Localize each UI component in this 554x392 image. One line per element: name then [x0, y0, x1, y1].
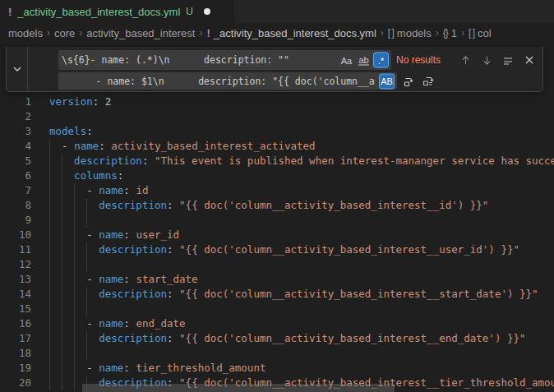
- line-number: 11: [0, 242, 31, 257]
- indent-guide: [86, 257, 87, 272]
- line-number: 20: [0, 376, 31, 390]
- breadcrumb-separator: ›: [199, 27, 202, 39]
- code-line[interactable]: 7 - name: id: [0, 183, 554, 198]
- code-line[interactable]: 10 - name: user_id: [0, 228, 554, 242]
- breadcrumb-label: models: [8, 27, 43, 39]
- indent-guide: [62, 346, 62, 361]
- breadcrumb-label: _activity_based_interest_docs.yml: [214, 27, 376, 39]
- line-number: 5: [0, 154, 31, 168]
- horizontal-scrollbar[interactable]: [82, 384, 395, 392]
- code-line[interactable]: 9: [0, 213, 554, 228]
- code-line[interactable]: 15: [0, 302, 554, 316]
- line-number: 8: [0, 198, 31, 213]
- replace-all-icon: [422, 75, 436, 88]
- line-number: 10: [0, 228, 31, 242]
- indent-guide: [62, 302, 62, 316]
- breadcrumb-label: activity_based_interest: [86, 27, 195, 39]
- code-line[interactable]: 4 - name: activity_based_interest_activa…: [0, 139, 554, 154]
- indent-guide: [62, 257, 62, 272]
- selection-lines-icon: [502, 54, 514, 66]
- line-number: 7: [0, 183, 31, 198]
- breadcrumb-item-_activity_based_interest_docs.yml[interactable]: !_activity_based_interest_docs.yml: [206, 27, 376, 39]
- line-number: 19: [0, 361, 31, 376]
- arrow-down-icon: [482, 55, 492, 66]
- replace-input[interactable]: [58, 72, 397, 90]
- chevron-down-icon: [12, 64, 22, 74]
- tab-activity-based-interest-docs[interactable]: ! _activity_based_interest_docs.yml U: [0, 0, 234, 23]
- tab-bar: ! _activity_based_interest_docs.yml U: [0, 0, 554, 23]
- code-text: description: "{{ doc('column__activity_b…: [49, 242, 519, 257]
- toggle-replace-button[interactable]: [7, 47, 28, 91]
- yaml-file-icon: !: [8, 6, 12, 18]
- previous-match-button[interactable]: [457, 50, 473, 70]
- code-line[interactable]: 17 description: "{{ doc('column__activit…: [0, 331, 554, 346]
- breadcrumb-item-models[interactable]: [ ]models: [388, 27, 432, 39]
- close-find-widget-button[interactable]: [521, 50, 538, 70]
- match-case-button[interactable]: Aa: [339, 53, 354, 68]
- replace-options: AB: [379, 73, 395, 89]
- line-number: 1: [0, 95, 31, 109]
- code-text: - name: activity_based_interest_activate…: [49, 139, 316, 154]
- breadcrumb: models›core›activity_based_interest›!_ac…: [0, 23, 554, 43]
- code-text: models:: [49, 124, 93, 139]
- code-text: description: "{{ doc('column__activity_b…: [49, 287, 538, 302]
- line-number: 15: [0, 302, 31, 316]
- code-line[interactable]: 12: [0, 257, 554, 272]
- code-text: description: "{{ doc('column__activity_b…: [49, 198, 488, 213]
- next-match-button[interactable]: [478, 50, 495, 70]
- breadcrumb-item-col[interactable]: [ ]col: [469, 27, 492, 39]
- indent-guide: [49, 302, 50, 316]
- find-results-count: No results: [396, 50, 441, 70]
- breadcrumb-item-activity_based_interest[interactable]: activity_based_interest: [86, 27, 195, 39]
- line-number: 9: [0, 213, 31, 228]
- code-line[interactable]: 5 description: "This event is published …: [0, 154, 554, 168]
- preserve-case-button[interactable]: AB: [379, 73, 395, 89]
- indent-guide: [49, 346, 50, 361]
- code-line[interactable]: 14 description: "{{ doc('column__activit…: [0, 287, 554, 302]
- code-line[interactable]: 19 - name: tier_threshold_amount: [0, 361, 554, 376]
- code-line[interactable]: 3models:: [0, 124, 554, 139]
- line-number: 12: [0, 257, 31, 272]
- replace-all-button[interactable]: [420, 72, 436, 90]
- object-symbol-icon: {}: [443, 27, 448, 39]
- arrow-up-icon: [460, 55, 471, 66]
- code-text: version: 2: [49, 95, 111, 109]
- code-line[interactable]: 1version: 2: [0, 95, 554, 109]
- code-line[interactable]: 16 - name: end_date: [0, 316, 554, 331]
- replace-button[interactable]: [400, 72, 417, 90]
- indent-guide: [86, 346, 87, 361]
- code-line[interactable]: 13 - name: start_date: [0, 272, 554, 287]
- breadcrumb-item-1[interactable]: {}1: [443, 27, 457, 39]
- breadcrumb-label: col: [478, 27, 492, 39]
- code-editor[interactable]: 1version: 223models:4 - name: activity_b…: [0, 43, 554, 392]
- code-text: columns:: [49, 168, 123, 183]
- breadcrumb-separator: ›: [436, 27, 439, 39]
- line-number: 2: [0, 109, 31, 124]
- code-line[interactable]: 8 description: "{{ doc('column__activity…: [0, 198, 554, 213]
- code-line[interactable]: 11 description: "{{ doc('column__activit…: [0, 242, 554, 257]
- line-number: 14: [0, 287, 31, 302]
- breadcrumb-separator: ›: [79, 27, 82, 39]
- line-number: 4: [0, 139, 31, 154]
- regex-button[interactable]: .*: [373, 53, 389, 68]
- line-number: 17: [0, 331, 31, 346]
- tab-title: _activity_based_interest_docs.yml: [17, 6, 180, 18]
- line-number: 3: [0, 124, 31, 139]
- indent-guide: [86, 213, 87, 228]
- breadcrumb-item-core[interactable]: core: [54, 27, 75, 39]
- whole-word-button[interactable]: ab: [356, 53, 372, 68]
- indent-guide: [49, 257, 50, 272]
- code-line[interactable]: 18: [0, 346, 554, 361]
- code-line[interactable]: 2: [0, 109, 554, 124]
- find-in-selection-button[interactable]: [500, 50, 516, 70]
- array-symbol-icon: [ ]: [388, 27, 394, 39]
- indent-guide: [74, 302, 75, 316]
- breadcrumb-label: core: [54, 27, 75, 39]
- breadcrumb-item-models[interactable]: models: [8, 27, 43, 39]
- breadcrumb-separator: ›: [381, 27, 384, 39]
- indent-guide: [49, 213, 50, 228]
- code-text: - name: tier_threshold_amount: [49, 361, 265, 376]
- unsaved-changes-dot[interactable]: [204, 8, 210, 15]
- breadcrumb-label: 1: [451, 27, 457, 39]
- code-line[interactable]: 6 columns:: [0, 168, 554, 183]
